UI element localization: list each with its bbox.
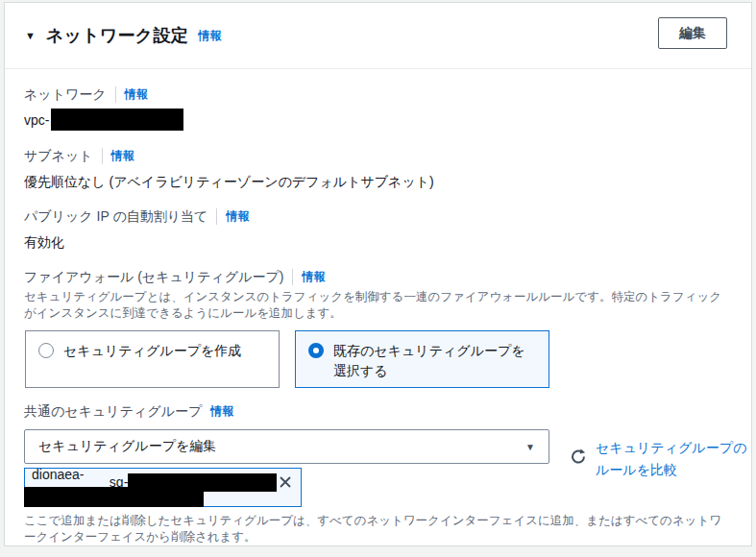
radio-unselected-icon xyxy=(38,343,54,358)
auto-assign-public-ip-label: パブリック IP の自動割り当て xyxy=(24,207,207,226)
label-divider xyxy=(216,208,217,225)
network-field: ネットワーク 情報 vpc- xyxy=(24,85,732,131)
select-existing-security-group-option[interactable]: 既存のセキュリティグループを選択する xyxy=(295,330,549,388)
label-divider xyxy=(102,148,103,164)
subnet-field: サブネット 情報 優先順位なし (アベイラビリティーゾーンのデフォルトサブネット… xyxy=(24,147,732,191)
create-security-group-option[interactable]: セキュリティグループを作成 xyxy=(25,330,280,388)
close-icon xyxy=(278,474,293,490)
security-group-dropdown-value: セキュリティグループを編集 xyxy=(38,438,216,455)
label-divider xyxy=(115,86,116,103)
refresh-icon xyxy=(570,448,587,465)
auto-assign-public-ip-field: パブリック IP の自動割り当て 情報 有効化 xyxy=(24,207,732,252)
security-group-footnote: ここで追加または削除したセキュリティグループは、すべてのネットワークインターフェ… xyxy=(24,513,732,545)
common-security-groups-info-link[interactable]: 情報 xyxy=(210,402,233,421)
network-label: ネットワーク xyxy=(24,85,107,104)
section-title: ネットワーク設定 xyxy=(46,24,188,47)
edit-button[interactable]: 編集 xyxy=(658,17,727,49)
security-group-selector-row: セキュリティグループを編集 ▼ dionaea-sg sg- xyxy=(24,429,732,507)
vpc-id-redaction xyxy=(51,109,183,131)
token-description-redaction xyxy=(24,487,204,507)
token-dismiss-button[interactable] xyxy=(277,474,294,490)
vpc-id-prefix: vpc- xyxy=(24,112,49,128)
security-group-dropdown[interactable]: セキュリティグループを編集 ▼ xyxy=(24,429,549,464)
section-body: ネットワーク 情報 vpc- サブネット 情報 優先順位なし (アベイラビリティ… xyxy=(5,69,751,545)
firewall-label: ファイアウォール (セキュリティグループ) xyxy=(24,268,283,286)
subnet-info-link[interactable]: 情報 xyxy=(111,147,134,165)
compare-rules-group: セキュリティグループのルールを比較 xyxy=(570,429,751,481)
subnet-label: サブネット xyxy=(24,147,93,165)
radio-selected-icon xyxy=(308,343,324,358)
firewall-field: ファイアウォール (セキュリティグループ) 情報 セキュリティグループとは、イン… xyxy=(24,268,732,322)
refresh-button[interactable] xyxy=(570,448,587,465)
compare-security-group-rules-link[interactable]: セキュリティグループのルールを比較 xyxy=(596,437,751,481)
security-group-token: dionaea-sg sg- xyxy=(24,468,302,507)
auto-assign-public-ip-info-link[interactable]: 情報 xyxy=(226,207,249,226)
collapse-caret-icon[interactable]: ▼ xyxy=(25,31,36,41)
network-value: vpc- xyxy=(24,110,732,131)
create-security-group-label: セキュリティグループを作成 xyxy=(63,341,241,361)
common-security-groups-label: 共通のセキュリティグループ xyxy=(24,402,202,421)
section-header: ▼ ネットワーク設定 情報 編集 xyxy=(5,3,751,69)
select-existing-security-group-label: 既存のセキュリティグループを選択する xyxy=(333,341,536,381)
network-settings-panel: ▼ ネットワーク設定 情報 編集 ネットワーク 情報 vpc- サブネット 情報… xyxy=(4,2,752,546)
common-security-groups-header: 共通のセキュリティグループ 情報 xyxy=(24,402,732,421)
section-info-link[interactable]: 情報 xyxy=(199,28,222,44)
firewall-description: セキュリティグループとは、インスタンスのトラフィックを制御する一連のファイアウォ… xyxy=(24,289,732,322)
network-info-link[interactable]: 情報 xyxy=(125,85,148,104)
subnet-value: 優先順位なし (アベイラビリティーゾーンのデフォルトサブネット) xyxy=(24,172,732,191)
chevron-down-icon: ▼ xyxy=(525,442,535,452)
security-group-selector-column: セキュリティグループを編集 ▼ dionaea-sg sg- xyxy=(24,429,549,507)
firewall-info-link[interactable]: 情報 xyxy=(302,268,325,286)
label-divider xyxy=(292,269,293,285)
security-group-choice-row: セキュリティグループを作成 既存のセキュリティグループを選択する xyxy=(25,330,732,388)
auto-assign-public-ip-value: 有効化 xyxy=(24,232,732,252)
